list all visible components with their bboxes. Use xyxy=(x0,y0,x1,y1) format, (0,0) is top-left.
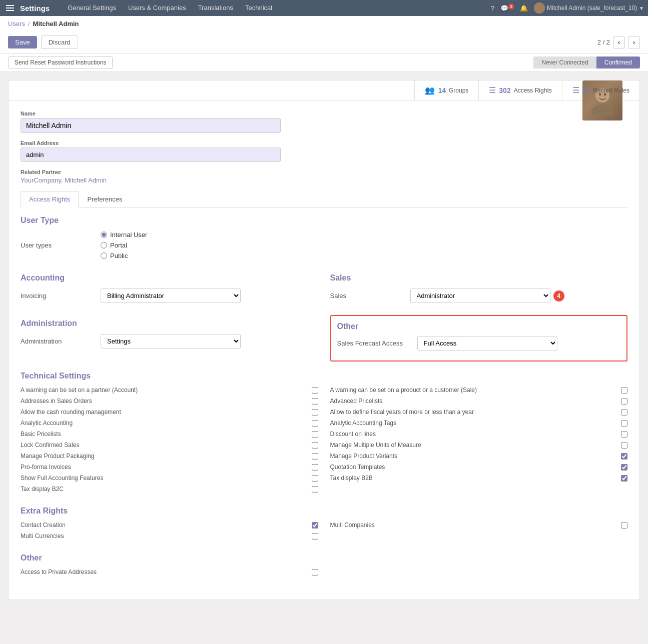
prev-button[interactable]: ‹ xyxy=(613,36,625,48)
user-types-row: User types Internal User Portal Publi xyxy=(21,231,627,260)
forecast-select[interactable]: Full AccessNo Access xyxy=(417,336,557,350)
tech-left-checkbox-3[interactable] xyxy=(312,420,318,426)
tech-left-checkbox-1[interactable] xyxy=(312,398,318,404)
breadcrumb-separator: / xyxy=(28,20,30,28)
list-item: Allow the cash rounding management xyxy=(21,408,318,416)
other-box-title: Other xyxy=(337,322,621,331)
tech-left-label-4: Basic Pricelists xyxy=(21,430,312,438)
other-box-col: Other Sales Forecast Access Full AccessN… xyxy=(330,315,628,362)
extra-left-checkbox-0[interactable] xyxy=(312,522,318,528)
messages-icon[interactable]: 💬3 xyxy=(500,4,514,12)
nav-general-settings[interactable]: General Settings xyxy=(62,0,122,16)
list-item: Show Full Accounting Features xyxy=(21,474,318,482)
other-box: Other Sales Forecast Access Full AccessN… xyxy=(330,315,628,362)
tech-right-checkbox-2[interactable] xyxy=(621,409,627,416)
extra-left-label-1: Multi Currencies xyxy=(21,532,312,540)
tech-left-checkbox-0[interactable] xyxy=(312,387,318,394)
list-item: Lock Confirmed Sales xyxy=(21,442,318,448)
updates-icon[interactable]: 🔔 xyxy=(520,4,528,12)
tech-right-checkbox-6[interactable] xyxy=(621,453,627,460)
app-name: Settings xyxy=(20,4,50,12)
breadcrumb-parent[interactable]: Users xyxy=(8,20,25,28)
breadcrumb-current: Mitchell Admin xyxy=(33,20,79,28)
other-right-col xyxy=(330,568,628,580)
user-card: 👥 14 Groups ☰ 302 Access Rights ☰ 36 Rec… xyxy=(8,80,640,600)
tech-right-checkbox-3[interactable] xyxy=(621,420,627,426)
radio-internal-input[interactable] xyxy=(101,232,107,238)
technical-left-col: A warning can be set on a partner (Accou… xyxy=(21,386,318,496)
tech-right-checkbox-8[interactable] xyxy=(621,475,627,482)
sales-select[interactable]: AdministratorUser: All DocumentsUser: Ow… xyxy=(410,288,550,303)
next-button[interactable]: › xyxy=(628,36,640,48)
extra-right-checkbox-0[interactable] xyxy=(621,522,627,528)
tab-preferences[interactable]: Preferences xyxy=(79,191,131,208)
form-area: Name Email Address Related Partner YourC… xyxy=(9,100,639,600)
status-confirmed[interactable]: Confirmed xyxy=(596,56,640,68)
access-rights-stat[interactable]: ☰ 302 Access Rights xyxy=(478,80,561,100)
invoicing-control: Billing AdministratorAccountantNone xyxy=(101,288,318,303)
partner-value[interactable]: YourCompany, Mitchell Admin xyxy=(21,176,107,184)
list-item: Multi Currencies xyxy=(21,532,318,540)
tech-left-checkbox-5[interactable] xyxy=(312,442,318,448)
partner-label: Related Partner xyxy=(21,169,627,175)
nav-technical[interactable]: Technical xyxy=(239,0,278,16)
technical-right-col: A warning can be set on a product or a c… xyxy=(330,386,628,496)
radio-internal[interactable]: Internal User xyxy=(101,231,627,238)
radio-portal-input[interactable] xyxy=(101,242,107,248)
access-rights-icon: ☰ xyxy=(489,86,496,95)
tech-right-checkbox-0[interactable] xyxy=(621,387,627,394)
nav-translations[interactable]: Translations xyxy=(192,0,239,16)
tech-left-label-8: Show Full Accounting Features xyxy=(21,474,312,482)
record-rules-stat[interactable]: ☰ 36 Record Rules xyxy=(562,80,639,100)
status-never-connected[interactable]: Never Connected xyxy=(533,56,596,68)
main-content: 👥 14 Groups ☰ 302 Access Rights ☰ 36 Rec… xyxy=(0,72,648,608)
tech-left-checkbox-8[interactable] xyxy=(312,475,318,482)
sales-row: Sales AdministratorUser: All DocumentsUs… xyxy=(330,288,628,303)
discard-button[interactable]: Discard xyxy=(41,36,78,49)
forecast-row: Sales Forecast Access Full AccessNo Acce… xyxy=(337,336,621,350)
extra-rights-section: Extra Rights Contact CreationMulti Curre… xyxy=(21,506,627,544)
extra-left-checkbox-1[interactable] xyxy=(312,533,318,540)
tech-right-checkbox-4[interactable] xyxy=(621,431,627,438)
secondary-bar: Send Reset Password Instructions Never C… xyxy=(0,54,648,72)
tech-left-checkbox-2[interactable] xyxy=(312,409,318,416)
tech-left-label-1: Addresses in Sales Orders xyxy=(21,398,312,404)
other-left-checkbox-0[interactable] xyxy=(312,569,318,576)
name-input[interactable] xyxy=(21,118,281,133)
tech-right-checkbox-5[interactable] xyxy=(621,442,627,448)
email-input[interactable] xyxy=(21,148,281,162)
tech-left-checkbox-9[interactable] xyxy=(312,486,318,492)
save-button[interactable]: Save xyxy=(8,36,37,48)
tech-left-checkbox-6[interactable] xyxy=(312,453,318,460)
groups-icon: 👥 xyxy=(425,86,435,95)
svg-point-1 xyxy=(591,104,613,116)
invoicing-select[interactable]: Billing AdministratorAccountantNone xyxy=(101,288,241,303)
groups-stat[interactable]: 👥 14 Groups xyxy=(414,80,478,100)
hamburger-menu[interactable] xyxy=(4,3,16,13)
radio-portal[interactable]: Portal xyxy=(101,242,627,249)
radio-internal-label: Internal User xyxy=(110,231,147,238)
user-badge[interactable]: Mitchell Admin (sale_forecast_10) ▼ xyxy=(534,2,644,14)
radio-public-input[interactable] xyxy=(101,252,107,259)
technical-title: Technical Settings xyxy=(21,372,627,380)
list-item: Basic Pricelists xyxy=(21,430,318,438)
radio-public[interactable]: Public xyxy=(101,252,627,260)
other-left-col: Access to Private Addresses xyxy=(21,568,318,580)
tech-left-checkbox-7[interactable] xyxy=(312,464,318,470)
name-field-group: Name xyxy=(21,110,627,133)
user-types-control: Internal User Portal Public xyxy=(101,231,627,260)
help-icon[interactable]: ? xyxy=(491,4,494,12)
tech-left-label-2: Allow the cash rounding management xyxy=(21,408,312,416)
tech-left-checkbox-4[interactable] xyxy=(312,431,318,438)
reset-password-button[interactable]: Send Reset Password Instructions xyxy=(8,56,113,68)
record-rules-icon: ☰ xyxy=(572,86,579,95)
user-dropdown-icon[interactable]: ▼ xyxy=(639,6,644,11)
tech-right-checkbox-1[interactable] xyxy=(621,398,627,404)
admin-select[interactable]: SettingsAccess RightsNone xyxy=(101,334,241,348)
nav-users-companies[interactable]: Users & Companies xyxy=(122,0,192,16)
admin-col: Administration Administration SettingsAc… xyxy=(21,315,318,362)
list-item: Analytic Accounting xyxy=(21,420,318,426)
tech-right-checkbox-7[interactable] xyxy=(621,464,627,470)
other-section: Other Access to Private Addresses xyxy=(21,554,627,580)
tab-access-rights[interactable]: Access Rights xyxy=(21,191,79,208)
